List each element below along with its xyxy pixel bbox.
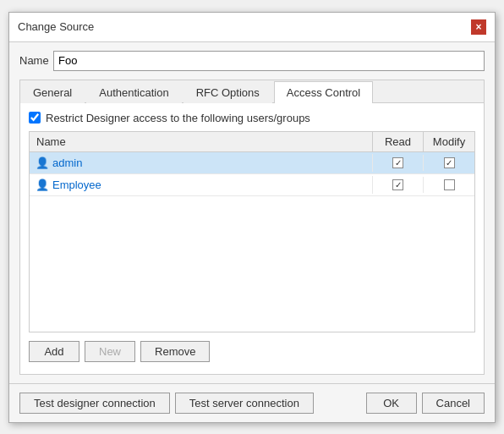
table-empty-area — [30, 196, 474, 332]
user-icon: 👤 — [36, 157, 48, 168]
users-table: Name Read Modify 👤 admin — [29, 131, 475, 332]
table-row[interactable]: 👤 Employee — [30, 174, 474, 196]
modify-checkbox-admin[interactable] — [444, 157, 455, 168]
test-designer-connection-button[interactable]: Test designer connection — [19, 393, 170, 414]
tab-access-control[interactable]: Access Control — [274, 81, 373, 103]
restrict-label: Restrict Designer access to the followin… — [46, 112, 310, 124]
cell-read-employee[interactable] — [373, 177, 424, 193]
read-checkbox-employee[interactable] — [392, 179, 403, 190]
col-header-modify: Modify — [424, 132, 474, 151]
footer-right: OK Cancel — [366, 393, 485, 414]
read-checkbox-admin[interactable] — [392, 157, 403, 168]
tabs-bar: General Authentication RFC Options Acces… — [20, 80, 484, 103]
ok-button[interactable]: OK — [366, 393, 417, 414]
tab-general[interactable]: General — [20, 81, 85, 103]
name-label: Name — [19, 54, 53, 67]
access-control-tab-content: Restrict Designer access to the followin… — [20, 103, 484, 374]
add-button[interactable]: Add — [29, 341, 79, 362]
user-icon: 👤 — [36, 179, 48, 190]
tab-rfc-options[interactable]: RFC Options — [184, 81, 272, 103]
remove-button[interactable]: Remove — [140, 341, 210, 362]
tabs-container: General Authentication RFC Options Acces… — [19, 80, 485, 375]
cell-name-employee: 👤 Employee — [30, 176, 373, 194]
cancel-button[interactable]: Cancel — [422, 393, 485, 414]
title-bar: Change Source × — [9, 13, 495, 42]
close-button[interactable]: × — [471, 19, 486, 35]
footer-left: Test designer connection Test server con… — [19, 393, 314, 414]
change-source-dialog: Change Source × Name General Authenticat… — [8, 12, 496, 423]
restrict-checkbox[interactable] — [29, 112, 41, 124]
dialog-title: Change Source — [18, 20, 94, 33]
dialog-body: Name General Authentication RFC Options … — [9, 42, 495, 383]
cell-modify-admin[interactable] — [424, 155, 474, 171]
name-input[interactable] — [53, 51, 485, 71]
col-header-name: Name — [30, 132, 373, 151]
name-row: Name — [19, 51, 485, 71]
col-header-read: Read — [373, 132, 424, 151]
cell-modify-employee[interactable] — [424, 177, 474, 193]
table-action-buttons: Add New Remove — [29, 341, 475, 362]
new-button[interactable]: New — [85, 341, 135, 362]
restrict-row: Restrict Designer access to the followin… — [29, 112, 475, 124]
test-server-connection-button[interactable]: Test server connection — [175, 393, 314, 414]
cell-name-admin: 👤 admin — [30, 154, 373, 172]
table-header: Name Read Modify — [30, 132, 474, 152]
dialog-footer: Test designer connection Test server con… — [9, 383, 495, 422]
cell-read-admin[interactable] — [373, 155, 424, 171]
tab-authentication[interactable]: Authentication — [86, 81, 181, 103]
modify-checkbox-employee[interactable] — [444, 179, 455, 190]
table-row[interactable]: 👤 admin — [30, 152, 474, 174]
